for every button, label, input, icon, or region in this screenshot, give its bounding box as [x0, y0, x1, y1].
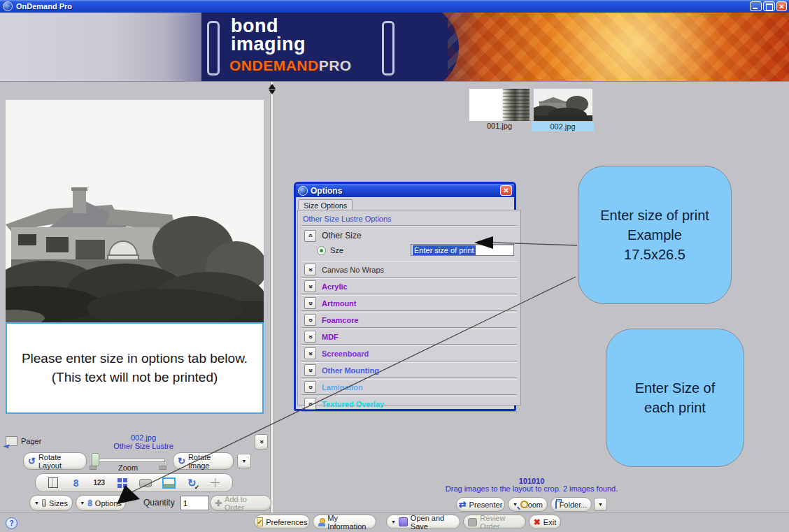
add-to-order-label: Add to Order [225, 495, 266, 512]
open-and-save-button[interactable]: ▼ Open and Save [386, 515, 460, 529]
expand-section-button[interactable]: » [304, 364, 316, 376]
dropdown-arrow-icon: ▼ [34, 501, 39, 505]
expand-section-button[interactable]: » [304, 331, 316, 343]
pager-icon [6, 436, 17, 446]
banner-orange-texture [448, 13, 789, 82]
panel-splitter[interactable] [270, 82, 274, 514]
chevron-double-down-icon: » [307, 368, 314, 373]
expand-section-button[interactable]: » [304, 347, 316, 359]
chevron-double-down-icon: » [307, 335, 314, 339]
expand-section-button[interactable]: » [304, 264, 316, 275]
brand-banner: bond imaging ONDEMANDPRO [0, 13, 789, 82]
sizes-button[interactable]: ▼ Sizes [29, 495, 73, 511]
crosshair-icon [211, 478, 220, 487]
brand-line2: imaging [231, 35, 306, 53]
options-button[interactable]: ▼ 8 Options [76, 495, 126, 511]
layout-preview-image[interactable] [6, 100, 264, 322]
expand-section-button[interactable]: » [304, 297, 316, 309]
thumbnail-002-label[interactable]: 002.jpg [532, 122, 594, 131]
fit-image-tool-button[interactable] [161, 475, 176, 491]
rotate-image-button[interactable]: ↻ Rotate Image [173, 452, 234, 470]
section-mdf: » MDF [301, 329, 517, 345]
maximize-button[interactable] [763, 1, 775, 11]
section-canvas-no-wraps: » Canvas No Wraps [301, 261, 517, 278]
size-input[interactable]: Enter size of print [411, 244, 514, 256]
house-photo [6, 100, 264, 322]
zoom-button[interactable]: ▼ Zoom [508, 497, 548, 512]
section-label: Artmount [322, 299, 357, 308]
folder-icon [555, 501, 557, 509]
zoom-slider-track[interactable] [92, 459, 165, 462]
my-information-button[interactable]: My Information [313, 515, 376, 529]
add-to-order-button[interactable]: ✚ Add to Order [210, 495, 271, 511]
quantity-input[interactable] [180, 496, 209, 510]
product-suffix: PRO [319, 57, 352, 73]
rotate-layout-button[interactable]: ↺ Rotate Layout [23, 452, 87, 470]
minimize-button[interactable] [750, 1, 762, 11]
numbering-tool-button[interactable]: 123 [92, 475, 107, 491]
presenter-button[interactable]: ⇄ Presenter [456, 497, 505, 512]
section-foamcore: » Foamcore [301, 312, 517, 328]
expand-section-button[interactable]: » [304, 398, 316, 410]
size-radio-row: Sze Enter size of print [301, 243, 517, 258]
dropdown-arrow-icon: ▼ [242, 459, 247, 463]
callout1-line1: Enter size of print [600, 206, 709, 225]
collapse-other-size-button[interactable]: » [304, 230, 316, 242]
single-image-tool-button[interactable]: 8 [69, 475, 84, 491]
expand-section-button[interactable]: » [304, 381, 316, 393]
section-label: MDF [322, 333, 339, 341]
current-size-label: Other Size Lustre [84, 442, 203, 450]
pager-label: Pager [21, 437, 41, 445]
maximize-icon [766, 3, 773, 10]
window-titlebar: OnDemand Pro ✕ [0, 0, 789, 13]
options-section-list: » Canvas No Wraps » Acrylic » Artmount »… [301, 261, 517, 412]
exit-button[interactable]: ✖ Exit [529, 515, 561, 529]
crop-frame-tool-button[interactable] [45, 475, 61, 491]
viewer-dropdown-button[interactable]: ▼ [594, 498, 607, 511]
open-save-icon [399, 517, 408, 526]
review-order-label: Review Order [480, 514, 521, 531]
close-button[interactable]: ✕ [776, 1, 787, 11]
exit-label: Exit [543, 518, 556, 526]
stretch-tool-button[interactable] [138, 475, 153, 491]
thumbnail-001[interactable] [469, 89, 529, 121]
section-acrylic: » Acrylic [301, 278, 517, 294]
rotate-image-label: Rotate Image [188, 453, 229, 470]
folder-button[interactable]: Folder... [550, 497, 592, 512]
zoom-slider-label: Zoom [93, 463, 163, 472]
options-group-header: Other Size Lustre Options [301, 213, 517, 226]
help-button[interactable]: ? [6, 517, 17, 529]
chevron-double-down-icon: » [307, 385, 314, 389]
section-screenboard: » Screenboard [301, 345, 517, 361]
expand-section-button[interactable]: » [304, 280, 316, 292]
layout-note-box: Please enter size in options tab below. … [6, 322, 264, 414]
center-tool-button[interactable] [207, 475, 222, 491]
options-close-button[interactable]: ✕ [500, 185, 512, 196]
refresh-tool-button[interactable]: ↻ ✓ [184, 475, 199, 491]
sizes-icon [42, 499, 46, 507]
grid-layout-tool-button[interactable] [115, 475, 130, 491]
chevron-double-up-icon: » [307, 233, 314, 238]
rotate-layout-icon: ↺ [28, 456, 36, 466]
minimize-icon [753, 8, 758, 9]
section-lamination: » Lamination [301, 379, 517, 395]
brand-line1: bond [231, 17, 306, 35]
section-textured-overlay: » Textured Overlay [301, 396, 517, 412]
pager-collapse-button[interactable]: » [255, 434, 268, 450]
section-other-size-label: Other Size [322, 231, 362, 240]
preferences-button[interactable]: ✓ Preferences [254, 515, 310, 529]
check-icon: ✓ [194, 484, 200, 491]
presenter-icon: ⇄ [459, 500, 467, 509]
size-radio-label: Sze [330, 246, 343, 254]
thumbnail-002[interactable] [534, 89, 592, 121]
expand-section-button[interactable]: » [304, 314, 316, 326]
splitter-collapse-icon[interactable] [269, 84, 276, 94]
options-dialog-titlebar[interactable]: Options ✕ [296, 184, 514, 197]
callout2-line1: Enter Size of [635, 378, 716, 398]
thumbnail-001-label[interactable]: 001.jpg [469, 122, 529, 130]
rotate-image-dropdown-button[interactable]: ▼ [237, 454, 251, 468]
section-label: Textured Overlay [322, 400, 384, 408]
review-order-button[interactable]: Review Order [463, 515, 526, 529]
size-radio[interactable] [317, 246, 326, 255]
section-label: Screenboard [322, 350, 369, 358]
